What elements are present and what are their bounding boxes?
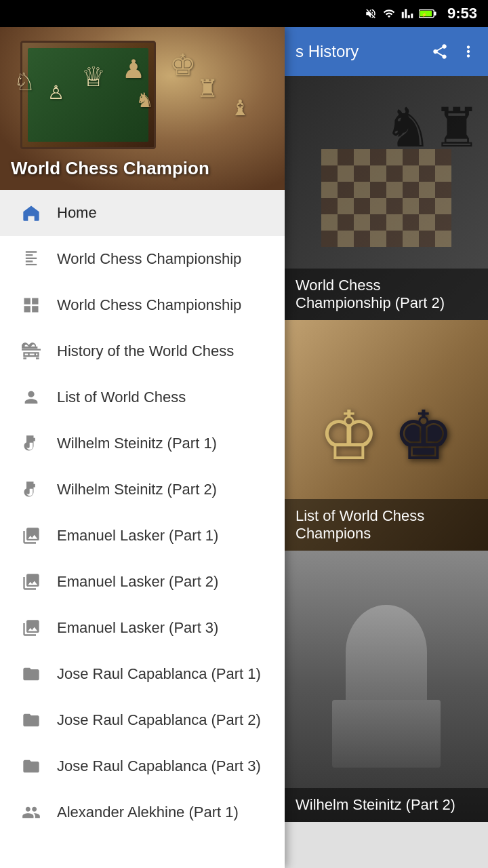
- app-bar-actions: [431, 43, 477, 60]
- nav-label-alek1: Alexander Alekhine (Part 1): [57, 804, 239, 821]
- nav-icon-steinitz1: [16, 429, 46, 458]
- card-1-overlay: World Chess Championship (Part 2): [285, 269, 488, 320]
- chess-piece-8: ♝: [230, 95, 250, 121]
- battery-icon: ⚡: [419, 8, 436, 19]
- chess-board-pattern: [321, 149, 451, 247]
- nav-icon-capa2: [16, 705, 46, 735]
- nav-icon-alek1: [16, 797, 46, 827]
- card-2-piece-light: ♔: [319, 396, 380, 475]
- nav-label-lasker2: Emanuel Lasker (Part 2): [57, 573, 218, 591]
- content-card-1[interactable]: ♞♜ World Chess Championship (Part 2): [285, 76, 488, 320]
- portrait-area: [332, 605, 441, 768]
- nav-label-wcc1: World Chess Championship: [57, 250, 241, 268]
- sidebar-item-list[interactable]: List of World Chess: [0, 374, 285, 420]
- card-2-piece-dark: ♚: [393, 396, 454, 475]
- sidebar-item-capa1[interactable]: Jose Raul Capablanca (Part 1): [0, 651, 285, 697]
- sidebar-item-lasker3[interactable]: Emanuel Lasker (Part 3): [0, 605, 285, 651]
- chess-piece-1: ♘: [14, 68, 35, 96]
- card-1-pieces: ♞♜: [384, 96, 481, 159]
- nav-icon-capa1: [16, 659, 46, 689]
- sidebar-item-capa2[interactable]: Jose Raul Capablanca (Part 2): [0, 697, 285, 743]
- navigation-drawer: ♘ ♙ ♕ ♟ ♞ ♚ ♜ ♝ World Chess Champion Hom…: [0, 27, 285, 868]
- drawer-header-title: World Chess Champion: [11, 158, 209, 179]
- content-area: s History: [285, 27, 488, 868]
- status-icons: ⚡ 9:53: [365, 5, 477, 22]
- app-bar-title: s History: [296, 42, 359, 61]
- nav-label-capa3: Jose Raul Capablanca (Part 3): [57, 757, 261, 775]
- wifi-icon: [382, 7, 396, 20]
- nav-label-capa2: Jose Raul Capablanca (Part 2): [57, 711, 261, 729]
- nav-icon-lasker2: [16, 567, 46, 597]
- nav-label-lasker3: Emanuel Lasker (Part 3): [57, 619, 218, 637]
- drawer-header: ♘ ♙ ♕ ♟ ♞ ♚ ♜ ♝ World Chess Champion: [0, 27, 285, 190]
- svg-text:⚡: ⚡: [422, 12, 428, 18]
- sidebar-item-home[interactable]: Home: [0, 190, 285, 236]
- nav-icon-steinitz2: [16, 475, 46, 505]
- card-3-overlay: Wilhelm Steinitz (Part 2): [285, 788, 488, 822]
- nav-icon-home: [16, 198, 46, 228]
- card-3-title: Wilhelm Steinitz (Part 2): [296, 796, 455, 813]
- content-card-2[interactable]: ♔ ♚ List of World Chess Champions: [285, 320, 488, 551]
- content-card-3[interactable]: Wilhelm Steinitz (Part 2): [285, 551, 488, 822]
- signal-icon: [401, 7, 413, 20]
- status-bar: ⚡ 9:53: [0, 0, 488, 27]
- sidebar-item-steinitz2[interactable]: Wilhelm Steinitz (Part 2): [0, 467, 285, 513]
- chess-piece-2: ♙: [47, 81, 64, 104]
- nav-icon-wcc1: [16, 244, 46, 274]
- card-1-title: World Chess Championship (Part 2): [296, 277, 445, 311]
- chess-piece-5: ♞: [136, 88, 154, 112]
- status-time: 9:53: [447, 5, 477, 22]
- nav-label-capa1: Jose Raul Capablanca (Part 1): [57, 665, 261, 683]
- sidebar-item-alek1[interactable]: Alexander Alekhine (Part 1): [0, 789, 285, 835]
- nav-label-steinitz2: Wilhelm Steinitz (Part 2): [57, 481, 217, 498]
- nav-label-lasker1: Emanuel Lasker (Part 1): [57, 527, 218, 545]
- nav-icon-lasker3: [16, 613, 46, 643]
- nav-icon-capa3: [16, 751, 46, 781]
- nav-label-steinitz1: Wilhelm Steinitz (Part 1): [57, 435, 217, 452]
- card-2-overlay: List of World Chess Champions: [285, 499, 488, 551]
- sidebar-item-lasker2[interactable]: Emanuel Lasker (Part 2): [0, 559, 285, 605]
- chess-piece-4: ♟: [122, 54, 145, 84]
- nav-label-wcc2: World Chess Championship: [57, 296, 241, 314]
- nav-label-home: Home: [57, 204, 97, 222]
- chess-piece-3: ♕: [81, 61, 106, 92]
- sidebar-item-history[interactable]: History of the World Chess: [0, 328, 285, 374]
- chess-piece-7: ♜: [197, 75, 218, 103]
- mute-icon: [365, 7, 377, 20]
- sidebar-item-wcc1[interactable]: World Chess Championship: [0, 236, 285, 282]
- nav-icon-lasker1: [16, 521, 46, 551]
- sidebar-item-steinitz1[interactable]: Wilhelm Steinitz (Part 1): [0, 420, 285, 467]
- nav-items-list: HomeWorld Chess ChampionshipWorld Chess …: [0, 190, 285, 835]
- sidebar-item-capa3[interactable]: Jose Raul Capablanca (Part 3): [0, 743, 285, 789]
- card-2-title: List of World Chess Champions: [296, 507, 424, 542]
- nav-label-history: History of the World Chess: [57, 342, 234, 360]
- app-bar: s History: [285, 27, 488, 76]
- more-options-icon[interactable]: [460, 43, 477, 60]
- svg-rect-1: [434, 12, 436, 16]
- card-3-background: [285, 551, 488, 822]
- nav-icon-list: [16, 382, 46, 412]
- sidebar-item-lasker1[interactable]: Emanuel Lasker (Part 1): [0, 513, 285, 559]
- main-wrapper: ♘ ♙ ♕ ♟ ♞ ♚ ♜ ♝ World Chess Champion Hom…: [0, 27, 488, 868]
- nav-icon-history: [16, 336, 46, 366]
- sidebar-item-wcc2[interactable]: World Chess Championship: [0, 282, 285, 328]
- chess-piece-6: ♚: [169, 47, 196, 82]
- nav-icon-wcc2: [16, 290, 46, 320]
- nav-label-list: List of World Chess: [57, 389, 186, 406]
- share-icon[interactable]: [431, 43, 449, 60]
